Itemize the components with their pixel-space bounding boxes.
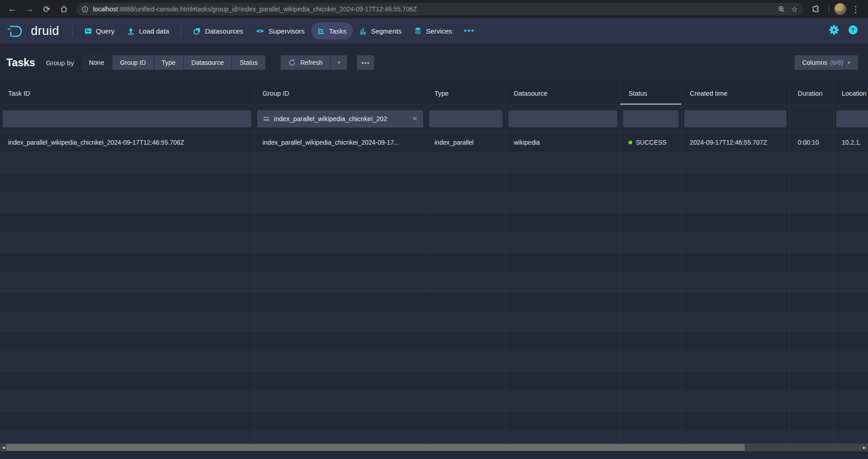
empty-cell <box>426 312 506 332</box>
empty-cell <box>620 392 682 412</box>
empty-cell <box>506 392 620 412</box>
group-by-type-button[interactable]: Type <box>154 55 183 70</box>
empty-cell <box>834 332 868 352</box>
empty-cell <box>682 432 790 444</box>
task-row[interactable]: index_parallel_wikipedia_chicnkei_2024-0… <box>0 132 868 152</box>
nav-item-tasks[interactable]: Tasks <box>311 22 353 39</box>
nav-item-query[interactable]: Query <box>78 22 121 39</box>
cell-created-time[interactable]: 2024-09-17T12:46:55.707Z <box>682 132 790 152</box>
empty-cell <box>506 252 620 272</box>
col-header-task-id[interactable]: Task ID <box>0 82 254 105</box>
settings-gear-icon[interactable] <box>829 25 839 37</box>
empty-cell <box>254 312 426 332</box>
col-header-location[interactable]: Location <box>834 82 868 105</box>
refresh-button[interactable]: Refresh <box>281 55 330 70</box>
cell-location[interactable]: 10.2.1. <box>834 132 868 152</box>
empty-cell <box>254 192 426 212</box>
filter-input-location[interactable] <box>836 110 868 127</box>
filter-input-type[interactable] <box>429 110 502 127</box>
group-by-datasource-button[interactable]: Datasource <box>184 55 232 70</box>
refresh-interval-caret[interactable]: ▾ <box>331 55 347 70</box>
site-info-icon[interactable] <box>82 6 88 13</box>
col-header-group-id[interactable]: Group ID <box>254 82 426 105</box>
empty-cell <box>620 292 682 312</box>
empty-cell <box>682 252 790 272</box>
group-id-filter-tag[interactable]: index_parallel_wikipedia_chicnkei_202 ✕ <box>257 110 423 127</box>
druid-logo[interactable]: druid <box>6 23 59 39</box>
empty-cell <box>254 232 426 252</box>
cell-duration[interactable]: 0:00:10 <box>790 132 834 152</box>
nav-item-services[interactable]: Services <box>408 22 458 39</box>
home-icon[interactable] <box>56 2 72 16</box>
filter-input-status[interactable] <box>623 110 678 127</box>
cell-type[interactable]: index_parallel <box>426 132 506 152</box>
horizontal-scrollbar[interactable]: ◄ ► <box>0 444 868 451</box>
empty-cell <box>506 332 620 352</box>
scrollbar-thumb[interactable] <box>6 444 745 451</box>
browser-chrome: ← → ⟳ localhost:8888/unified-console.htm… <box>0 0 868 18</box>
col-header-created-time[interactable]: Created time <box>682 82 790 105</box>
table-header-row: Task ID Group ID Type Datasource Status … <box>0 82 868 105</box>
col-header-type[interactable]: Type <box>426 82 506 105</box>
empty-cell <box>0 192 254 212</box>
empty-cell <box>620 172 682 192</box>
empty-cell <box>620 412 682 432</box>
empty-cell <box>682 332 790 352</box>
group-by-status-button[interactable]: Status <box>232 55 265 70</box>
druid-logo-text: druid <box>31 24 59 38</box>
empty-cell <box>254 412 426 432</box>
col-header-duration[interactable]: Duration <box>790 82 834 105</box>
bookmark-star-icon[interactable]: ☆ <box>791 5 798 14</box>
col-header-status[interactable]: Status <box>620 82 682 105</box>
remove-filter-icon[interactable]: ✕ <box>411 115 419 123</box>
chrome-menu-icon[interactable]: ⋮ <box>848 2 863 16</box>
extensions-puzzle-icon[interactable] <box>808 2 823 16</box>
empty-cell <box>682 312 790 332</box>
help-icon[interactable]: ? <box>848 25 858 37</box>
empty-cell <box>682 352 790 372</box>
address-bar[interactable]: localhost:8888/unified-console.html#task… <box>76 3 803 15</box>
empty-cell <box>0 212 254 232</box>
col-header-datasource[interactable]: Datasource <box>506 82 620 105</box>
filter-input-task-id[interactable] <box>3 110 251 127</box>
scroll-right-arrow-icon[interactable]: ► <box>861 444 868 451</box>
empty-cell <box>790 212 834 232</box>
cell-datasource[interactable]: wikipedia <box>506 132 620 152</box>
empty-cell <box>682 212 790 232</box>
group-by-label: Group by <box>46 59 74 67</box>
empty-cell <box>620 252 682 272</box>
nav-item-load-data[interactable]: Load data <box>121 22 176 39</box>
nav-item-datasources[interactable]: Datasources <box>187 22 249 39</box>
empty-cell <box>682 392 790 412</box>
more-actions-button[interactable]: ••• <box>357 55 374 70</box>
empty-row <box>0 392 868 412</box>
empty-row <box>0 372 868 392</box>
table-filter-row: index_parallel_wikipedia_chicnkei_202 ✕ <box>0 105 868 132</box>
nav-label: Datasources <box>205 27 243 35</box>
nav-overflow-dots-icon[interactable]: ••• <box>458 26 480 35</box>
svg-text:?: ? <box>851 27 855 34</box>
empty-cell <box>426 372 506 392</box>
reload-icon[interactable]: ⟳ <box>39 2 54 16</box>
profile-avatar[interactable] <box>834 3 846 15</box>
empty-row <box>0 272 868 292</box>
forward-icon[interactable]: → <box>22 2 37 16</box>
cell-group-id[interactable]: index_parallel_wikipedia_chicnkei_2024-0… <box>254 132 426 152</box>
status-success-dot <box>629 141 632 144</box>
empty-cell <box>254 392 426 412</box>
empty-cell <box>790 272 834 292</box>
cell-status[interactable]: SUCCESS <box>620 132 682 152</box>
filter-input-created-time[interactable] <box>684 110 786 127</box>
group-by-none-button[interactable]: None <box>81 55 112 70</box>
nav-item-supervisors[interactable]: Supervisors <box>249 22 311 39</box>
back-icon[interactable]: ← <box>5 2 20 16</box>
columns-button[interactable]: Columns (8/8) ▾ <box>795 55 858 70</box>
nav-item-segments[interactable]: Segments <box>353 22 408 39</box>
empty-cell <box>426 292 506 312</box>
empty-cell <box>0 252 254 272</box>
zoom-page-icon[interactable] <box>778 5 785 13</box>
empty-cell <box>834 432 868 444</box>
filter-input-datasource[interactable] <box>508 110 617 127</box>
group-by-group-id-button[interactable]: Group ID <box>112 55 154 70</box>
cell-task-id[interactable]: index_parallel_wikipedia_chicnkei_2024-0… <box>0 132 254 152</box>
